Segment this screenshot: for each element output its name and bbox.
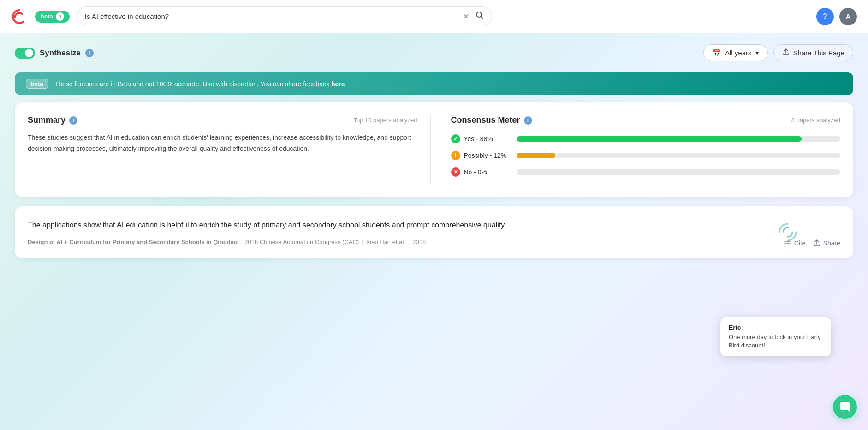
consensus-header: Consensus Meter i 8 papers analyzed xyxy=(451,115,841,125)
notification-popup: Eric One more day to lock in your Early … xyxy=(720,317,831,356)
search-input[interactable] xyxy=(85,12,463,20)
paper-quote: The applications show that AI education … xyxy=(28,219,535,231)
consensus-card: Consensus Meter i 8 papers analyzed ✓ Ye… xyxy=(438,115,841,184)
banner-beta-tag: beta xyxy=(26,79,48,89)
meter-label-no: ✕ No - 0% xyxy=(451,167,511,177)
chevron-down-icon: ▾ xyxy=(755,49,759,57)
summary-text: These studies suggest that AI in educati… xyxy=(28,132,417,155)
avatar-button[interactable]: A xyxy=(839,8,857,25)
papers-analyzed-label: 8 papers analyzed xyxy=(791,117,840,124)
share-icon xyxy=(782,48,790,57)
paper-card: The applications show that AI education … xyxy=(15,206,853,258)
consensus-info-icon[interactable]: i xyxy=(524,116,532,125)
search-icon[interactable] xyxy=(475,11,484,22)
share-page-button[interactable]: Share This Page xyxy=(773,44,853,61)
possibly-bar xyxy=(517,153,555,158)
summary-card-header: Summary i Top 10 papers analyzed xyxy=(28,115,417,125)
share-paper-button[interactable]: Share xyxy=(813,239,840,247)
synthesize-info-icon[interactable]: i xyxy=(85,49,94,57)
yes-bar xyxy=(517,136,802,142)
controls-bar: Synthesize i 📅 All years ▾ Share This Pa… xyxy=(15,44,853,61)
calendar-icon: 📅 xyxy=(712,48,721,57)
summary-consensus-row: Summary i Top 10 papers analyzed These s… xyxy=(15,102,853,197)
meter-row-yes: ✓ Yes - 88% xyxy=(451,134,841,143)
top-papers-label: Top 10 papers analyzed xyxy=(353,117,417,124)
share-page-label: Share This Page xyxy=(793,49,844,57)
banner-message: These features are in Beta and not 100% … xyxy=(55,80,345,88)
banner-feedback-link[interactable]: here xyxy=(331,80,345,88)
meter-row-possibly: ! Possibly - 12% xyxy=(451,151,841,160)
no-label: No - 0% xyxy=(464,168,488,176)
all-years-label: All years xyxy=(725,49,752,57)
yes-bar-container xyxy=(517,136,841,142)
meter-label-yes: ✓ Yes - 88% xyxy=(451,134,511,143)
notification-message: One more day to lock in your Early Bird … xyxy=(729,333,823,350)
svg-point-1 xyxy=(779,224,796,240)
summary-title: Summary i xyxy=(28,115,77,125)
meta-sep-1: | xyxy=(240,239,242,245)
possibly-bar-container xyxy=(517,153,841,158)
toggle-switch[interactable] xyxy=(15,48,35,59)
synthesize-toggle: Synthesize i xyxy=(15,48,94,59)
logo[interactable] xyxy=(11,8,28,25)
search-clear-icon[interactable]: ✕ xyxy=(463,12,470,21)
meter-label-possibly: ! Possibly - 12% xyxy=(451,151,511,160)
possibly-label: Possibly - 12% xyxy=(464,152,507,159)
main-content: Synthesize i 📅 All years ▾ Share This Pa… xyxy=(0,33,868,279)
no-status-icon: ✕ xyxy=(451,167,460,177)
paper-venue: 2018 Chinese Automation Congress (CAC) xyxy=(244,239,359,245)
controls-right: 📅 All years ▾ Share This Page xyxy=(703,44,853,61)
paper-actions: Cite Share xyxy=(783,239,840,247)
beta-count: 0 xyxy=(56,12,64,21)
beta-banner: beta These features are in Beta and not … xyxy=(15,72,853,95)
svg-point-2 xyxy=(783,227,792,237)
paper-title-link[interactable]: Design of AI + Curriculum for Primary an… xyxy=(28,239,238,245)
meter-row-no: ✕ No - 0% xyxy=(451,167,841,177)
meta-sep-2: | xyxy=(362,239,363,245)
paper-year: 2018 xyxy=(412,239,426,245)
beta-badge[interactable]: beta 0 xyxy=(35,11,70,23)
meta-sep-3: | xyxy=(408,239,410,245)
yes-label: Yes - 88% xyxy=(464,135,493,143)
no-bar-container xyxy=(517,169,841,175)
chat-button[interactable] xyxy=(833,395,857,419)
beta-label: beta xyxy=(41,13,53,20)
summary-card: Summary i Top 10 papers analyzed These s… xyxy=(28,115,431,184)
header: beta 0 ✕ ? A xyxy=(0,0,868,33)
yes-status-icon: ✓ xyxy=(451,134,460,143)
search-container: ✕ xyxy=(77,6,492,26)
notification-name: Eric xyxy=(729,324,823,331)
paper-meta: Design of AI + Curriculum for Primary an… xyxy=(28,239,840,245)
cite-button[interactable]: Cite xyxy=(783,239,806,247)
help-button[interactable]: ? xyxy=(816,8,834,25)
all-years-button[interactable]: 📅 All years ▾ xyxy=(703,44,768,61)
summary-info-icon[interactable]: i xyxy=(69,116,77,125)
consensus-title: Consensus Meter i xyxy=(451,115,532,125)
header-right: ? A xyxy=(816,8,857,25)
paper-authors: Xiao Han et al. xyxy=(366,239,405,245)
possibly-status-icon: ! xyxy=(451,151,460,160)
synthesize-label: Synthesize xyxy=(40,48,81,58)
toggle-thumb xyxy=(25,49,33,57)
